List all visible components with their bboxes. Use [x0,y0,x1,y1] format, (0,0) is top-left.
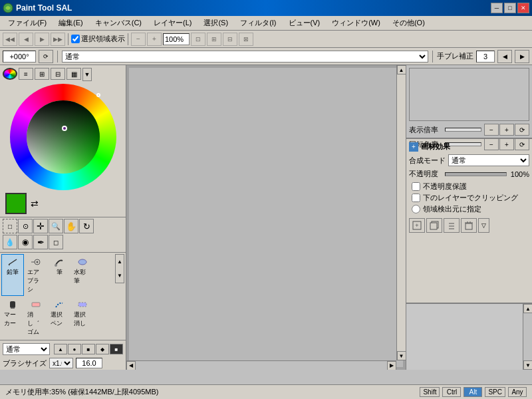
canvas-content[interactable] [129,68,403,367]
canvas-area[interactable]: ▲ ▼ ◀ ▶ [126,65,406,370]
vscroll-up-btn[interactable]: ▲ [397,65,406,74]
blend-mode-dropdown[interactable]: 通常 [3,343,50,355]
close-button[interactable]: ✕ [517,3,529,13]
zoom-reset-btn[interactable]: ⊟ [223,33,237,46]
effects-expand-btn[interactable]: + [409,142,418,152]
right-blend-select[interactable]: 通常 [448,154,529,166]
tablet-inc-btn[interactable]: ▶ [515,50,529,63]
zoom-fit-btn[interactable]: ⊡ [191,33,205,46]
zoom-input[interactable] [163,33,190,45]
minimize-button[interactable]: ─ [491,3,503,13]
color-list-btn[interactable]: ≡ [19,68,33,80]
reference-radio[interactable]: 領域検出元に指定 [409,204,529,214]
layer-new-btn[interactable]: + [409,218,425,233]
shape-btn-diamond[interactable]: ◆ [96,344,109,354]
maximize-button[interactable]: □ [504,3,516,13]
zoom-extra-btn[interactable]: ⊠ [239,33,253,46]
color-wheel[interactable] [10,84,116,190]
tablet-value-input[interactable] [476,51,495,63]
canvas-horizontal-scrollbar[interactable]: ◀ ▶ [126,360,396,370]
menu-canvas[interactable]: キャンバス(C) [90,17,147,29]
select-lasso-tool[interactable]: ⊙ [18,219,33,233]
rotation-input[interactable] [3,51,36,63]
color-custom-btn[interactable]: ▦ [66,68,81,80]
menu-layer[interactable]: レイヤー(L) [148,17,197,29]
hscroll-track[interactable] [136,361,387,370]
color-square[interactable] [27,100,100,174]
brush-type-marker[interactable]: マーカー [1,297,24,338]
nav-next-btn[interactable]: ▶ [35,33,49,46]
brush-type-brush[interactable]: 筆 [48,254,70,296]
menu-other[interactable]: その他(O) [387,17,430,29]
color-grid-btn[interactable]: ⊞ [35,68,49,80]
swap-colors-btn[interactable]: ⇄ [31,199,39,208]
protect-opacity-check[interactable]: 不透明度保護 [409,182,529,192]
menu-edit[interactable]: 編集(E) [53,17,88,29]
eyedropper-tool[interactable]: 💧 [3,235,17,249]
reference-radio-input[interactable] [412,205,420,213]
show-selection-checkbox[interactable] [71,35,80,43]
right-vscroll-track[interactable] [523,313,532,360]
move-tool[interactable]: ✛ [33,219,48,233]
hscroll-right-btn[interactable]: ▶ [387,361,396,370]
menu-select[interactable]: 選択(S) [198,17,233,29]
nav-prev-btn[interactable]: ◀ [19,33,33,46]
zoom-out-btn[interactable]: − [131,33,146,46]
foreground-color[interactable] [5,193,27,214]
opacity-slider[interactable] [445,128,481,132]
zoom-tool[interactable]: 🔍 [49,219,63,233]
color-expand-btn[interactable]: ▼ [82,68,92,81]
brush-type-airbrush[interactable]: エアブラシ [25,254,47,296]
right-opacity-slider[interactable] [445,172,507,176]
rotate-tool[interactable]: ↻ [79,219,94,233]
hand-tool[interactable]: ✋ [64,219,78,233]
zoom-full-btn[interactable]: ⊞ [207,33,221,46]
brush-type-eraser[interactable]: 消し゛ゴム [25,297,47,338]
zoom-in-btn[interactable]: + [147,33,162,46]
clipping-checkbox[interactable] [412,194,420,202]
color-wheel-btn[interactable] [3,68,17,80]
nav-last-btn[interactable]: ▶▶ [51,33,65,46]
brush-type-pencil[interactable]: 鉛筆 [1,254,24,296]
pen-tool[interactable]: ✒ [33,235,48,249]
layer-delete-btn[interactable] [461,218,477,233]
tablet-dec-btn[interactable]: ◀ [497,50,512,63]
nav-first-btn[interactable]: ◀◀ [3,33,17,46]
layer-copy-btn[interactable] [426,218,442,233]
fill-tool[interactable]: ◉ [18,235,33,249]
shape-btn-square[interactable]: ■ [82,344,95,354]
shape-btn-triangle[interactable]: ▲ [54,344,67,354]
right-vscroll[interactable]: ▲ ▼ [523,304,532,370]
brush-scroll-btn[interactable]: ▲ ▼ [115,254,124,283]
opacity-inc-btn[interactable]: + [499,124,514,136]
shape-btn-dark[interactable]: ■ [110,344,123,354]
rotation-reset-btn[interactable]: ⟳ [39,50,53,63]
color-swatch-btn[interactable]: ⊟ [51,68,65,80]
brush-type-select-eraser[interactable]: 選択消し [71,297,94,338]
vscroll-down-btn[interactable]: ▼ [397,351,406,360]
menu-filter[interactable]: フィルタ(I) [235,17,281,29]
menu-file[interactable]: ファイル(F) [3,17,52,29]
layer-merge-btn[interactable] [444,218,460,233]
hscroll-left-btn[interactable]: ◀ [126,361,136,370]
brush-type-select-pen[interactable]: 選択ペン [48,297,70,338]
right-vscroll-down[interactable]: ▼ [523,360,532,370]
clipping-check[interactable]: 下のレイヤーでクリッピング [409,193,529,203]
shape-btn-circle[interactable]: ● [68,344,81,354]
layer-extra-btn[interactable]: ▽ [478,218,489,233]
canvas-vertical-scrollbar[interactable]: ▲ ▼ [396,65,406,360]
size-multiplier-select[interactable]: x1.0 [49,358,73,368]
color-wheel-container[interactable] [10,84,116,190]
blend-mode-select[interactable]: 通常 [62,51,428,63]
menu-view[interactable]: ビュー(V) [283,17,326,29]
brush-type-watercolor[interactable]: 水彩筆 [71,254,94,296]
protect-opacity-checkbox[interactable] [412,182,420,191]
brush-size-input[interactable] [76,358,102,368]
menu-window[interactable]: ウィンドウ(W) [327,17,386,29]
select-rect-tool[interactable]: □ [3,219,17,233]
opacity-reset-btn[interactable]: ⟳ [515,124,529,136]
show-selection-check[interactable]: 選択領域表示 [71,34,125,44]
right-vscroll-up[interactable]: ▲ [523,304,532,313]
eraser-tool[interactable]: ◻ [49,235,63,249]
opacity-dec-btn[interactable]: − [484,124,499,136]
